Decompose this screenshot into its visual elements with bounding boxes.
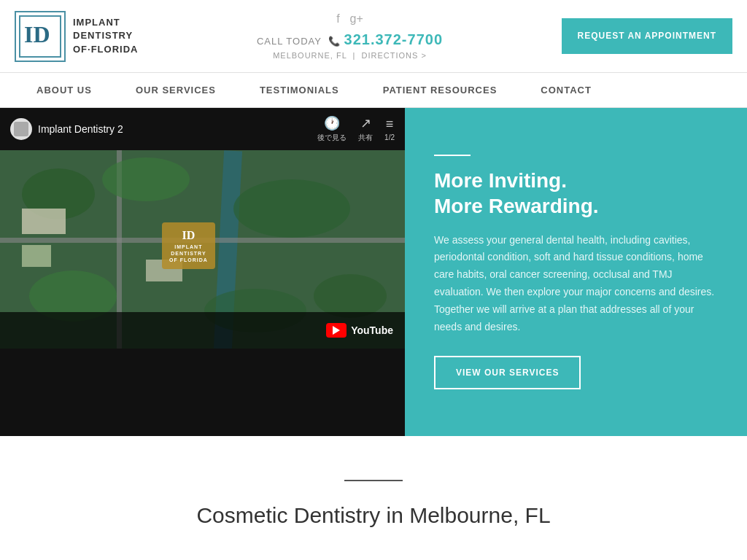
youtube-text: YouTube: [351, 324, 393, 336]
call-label: CALL TODAY 📞 321.372-7700: [257, 31, 443, 48]
facebook-icon[interactable]: f: [336, 12, 339, 26]
nav-item-testimonials[interactable]: TESTIMONIALS: [238, 73, 361, 108]
logo-area[interactable]: ID IMPLANT DENTISTRY OF·FLORIDA: [15, 11, 138, 62]
share-button[interactable]: ↗ 共有: [358, 115, 373, 143]
header-center: f g+ CALL TODAY 📞 321.372-7700 MELBOURNE…: [257, 12, 443, 60]
panel-heading: More Inviting. More Rewarding.: [434, 168, 718, 219]
directions-link[interactable]: DIRECTIONS >: [361, 51, 426, 60]
logo-text: IMPLANT DENTISTRY OF·FLORIDA: [73, 16, 138, 56]
svg-point-9: [314, 274, 387, 318]
video-header: Implant Dentistry 2 🕐 後で見る ↗ 共有 ≡ 1/2: [0, 108, 405, 150]
channel-avatar: [10, 118, 32, 140]
playlist-counter: ≡ 1/2: [384, 117, 395, 141]
video-title-row: Implant Dentistry 2: [10, 118, 123, 140]
video-panel: Implant Dentistry 2 🕐 後で見る ↗ 共有 ≡ 1/2: [0, 108, 405, 436]
site-header: ID IMPLANT DENTISTRY OF·FLORIDA f g+ CAL…: [0, 0, 747, 73]
nav-item-about-us[interactable]: ABOUT US: [15, 73, 114, 108]
video-watermark: ID IMPLANT DENTISTRY OF FLORIDA: [162, 222, 215, 269]
youtube-logo: YouTube: [326, 323, 393, 338]
right-panel: More Inviting. More Rewarding. We assess…: [405, 108, 747, 436]
appointment-button[interactable]: REQUEST AN APPOINTMENT: [562, 18, 732, 54]
social-icons: f g+: [257, 12, 443, 26]
svg-rect-13: [22, 245, 51, 267]
main-nav: ABOUT US OUR SERVICES TESTIMONIALS PATIE…: [0, 73, 747, 108]
panel-body: We assess your general dental health, in…: [434, 232, 718, 336]
svg-point-7: [102, 158, 190, 201]
bottom-section: Cosmetic Dentistry in Melbourne, FL: [0, 436, 747, 557]
svg-point-8: [233, 179, 350, 238]
google-plus-icon[interactable]: g+: [350, 12, 363, 26]
phone-number[interactable]: 321.372-7700: [344, 31, 443, 47]
video-title: Implant Dentistry 2: [38, 123, 123, 135]
main-section: Implant Dentistry 2 🕐 後で見る ↗ 共有 ≡ 1/2: [0, 108, 747, 436]
panel-divider: [434, 155, 471, 156]
youtube-play-icon: [326, 323, 347, 338]
video-thumbnail[interactable]: ID IMPLANT DENTISTRY OF FLORIDA YouTube: [0, 150, 405, 349]
svg-text:ID: ID: [24, 21, 50, 47]
nav-item-contact[interactable]: CONTACT: [519, 73, 614, 108]
view-services-button[interactable]: VIEW OUR SERVICES: [434, 356, 581, 389]
watch-later-button[interactable]: 🕐 後で見る: [317, 115, 347, 143]
bottom-divider: [344, 480, 403, 481]
nav-item-patient-resources[interactable]: PATIENT RESOURCES: [361, 73, 519, 108]
video-controls: 🕐 後で見る ↗ 共有 ≡ 1/2: [317, 115, 395, 143]
svg-rect-12: [22, 209, 66, 234]
logo-icon: ID: [15, 11, 66, 62]
location-line: MELBOURNE, FL | DIRECTIONS >: [257, 51, 443, 60]
bottom-heading: Cosmetic Dentistry in Melbourne, FL: [15, 503, 732, 528]
youtube-bar: YouTube: [0, 312, 405, 349]
nav-item-our-services[interactable]: OUR SERVICES: [114, 73, 238, 108]
